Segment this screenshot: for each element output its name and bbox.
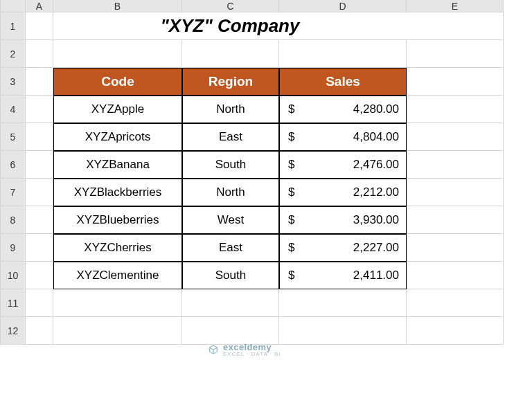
cell-D12[interactable] xyxy=(279,317,407,345)
page-title[interactable]: "XYZ" Company xyxy=(53,12,407,40)
cell-A11[interactable] xyxy=(26,289,53,317)
cell-A5[interactable] xyxy=(26,123,53,151)
cell-C12[interactable] xyxy=(182,317,279,345)
row-header-6[interactable]: 6 xyxy=(1,151,26,179)
cell-A2[interactable] xyxy=(26,40,53,68)
cell-sales-6[interactable]: $2,411.00 xyxy=(279,262,407,289)
table-header-code[interactable]: Code xyxy=(53,68,182,96)
row-header-7[interactable]: 7 xyxy=(1,179,26,206)
cell-D11[interactable] xyxy=(279,289,407,317)
cell-E5[interactable] xyxy=(407,123,504,151)
cell-E4[interactable] xyxy=(407,96,504,123)
currency-symbol: $ xyxy=(288,130,294,144)
sales-value: 4,280.00 xyxy=(353,102,399,116)
cell-sales-3[interactable]: $2,212.00 xyxy=(279,179,407,206)
select-all-corner[interactable] xyxy=(1,0,26,12)
cell-region-1[interactable]: East xyxy=(182,123,279,151)
cell-code-4[interactable]: XYZBlueberries xyxy=(53,206,182,234)
col-header-E[interactable]: E xyxy=(407,0,504,12)
col-header-A[interactable]: A xyxy=(26,0,53,12)
cell-region-6[interactable]: South xyxy=(182,262,279,289)
sales-value: 2,212.00 xyxy=(353,186,399,199)
cell-region-3[interactable]: North xyxy=(182,179,279,206)
spreadsheet-grid: A B C D E 1 "XYZ" Company 2 3 Code Regio… xyxy=(0,0,532,345)
row-header-9[interactable]: 9 xyxy=(1,234,26,262)
cell-code-0[interactable]: XYZApple xyxy=(53,96,182,123)
cell-code-1[interactable]: XYZApricots xyxy=(53,123,182,151)
cell-sales-1[interactable]: $4,804.00 xyxy=(279,123,407,151)
cell-code-6[interactable]: XYZClementine xyxy=(53,262,182,289)
currency-symbol: $ xyxy=(288,241,294,255)
currency-symbol: $ xyxy=(288,158,294,172)
cell-C11[interactable] xyxy=(182,289,279,317)
watermark-text: exceldemy EXCEL · DATA · BI xyxy=(223,342,281,357)
cell-A6[interactable] xyxy=(26,151,53,179)
row-header-5[interactable]: 5 xyxy=(1,123,26,151)
currency-symbol: $ xyxy=(288,102,294,116)
sales-value: 3,930.00 xyxy=(353,213,399,227)
table-header-region[interactable]: Region xyxy=(182,68,279,96)
col-header-C[interactable]: C xyxy=(182,0,279,12)
cell-code-5[interactable]: XYZCherries xyxy=(53,234,182,262)
row-header-11[interactable]: 11 xyxy=(1,289,26,317)
sales-value: 2,227.00 xyxy=(353,241,399,255)
cell-sales-4[interactable]: $3,930.00 xyxy=(279,206,407,234)
cell-sales-5[interactable]: $2,227.00 xyxy=(279,234,407,262)
cell-E3[interactable] xyxy=(407,68,504,96)
cell-E6[interactable] xyxy=(407,151,504,179)
watermark-sub: EXCEL · DATA · BI xyxy=(223,351,281,357)
cell-region-4[interactable]: West xyxy=(182,206,279,234)
watermark: exceldemy EXCEL · DATA · BI xyxy=(208,342,281,357)
cell-D2[interactable] xyxy=(279,40,407,68)
row-header-12[interactable]: 12 xyxy=(1,317,26,345)
cell-B11[interactable] xyxy=(53,289,182,317)
cube-icon xyxy=(208,344,219,355)
row-header-8[interactable]: 8 xyxy=(1,206,26,234)
cell-E7[interactable] xyxy=(407,179,504,206)
cell-E2[interactable] xyxy=(407,40,504,68)
cell-A12[interactable] xyxy=(26,317,53,345)
col-header-B[interactable]: B xyxy=(53,0,182,12)
col-header-D[interactable]: D xyxy=(279,0,407,12)
cell-E11[interactable] xyxy=(407,289,504,317)
cell-B12[interactable] xyxy=(53,317,182,345)
cell-E10[interactable] xyxy=(407,262,504,289)
row-header-4[interactable]: 4 xyxy=(1,96,26,123)
row-header-3[interactable]: 3 xyxy=(1,68,26,96)
sales-value: 2,476.00 xyxy=(353,158,399,172)
row-header-2[interactable]: 2 xyxy=(1,40,26,68)
cell-E8[interactable] xyxy=(407,206,504,234)
row-header-1[interactable]: 1 xyxy=(1,12,26,40)
cell-A10[interactable] xyxy=(26,262,53,289)
cell-A1[interactable] xyxy=(26,12,53,40)
cell-A3[interactable] xyxy=(26,68,53,96)
cell-region-0[interactable]: North xyxy=(182,96,279,123)
cell-A7[interactable] xyxy=(26,179,53,206)
cell-code-3[interactable]: XYZBlackberries xyxy=(53,179,182,206)
cell-code-2[interactable]: XYZBanana xyxy=(53,151,182,179)
cell-B2[interactable] xyxy=(53,40,182,68)
currency-symbol: $ xyxy=(288,186,294,199)
cell-A4[interactable] xyxy=(26,96,53,123)
cell-E9[interactable] xyxy=(407,234,504,262)
cell-sales-0[interactable]: $4,280.00 xyxy=(279,96,407,123)
cell-region-2[interactable]: South xyxy=(182,151,279,179)
currency-symbol: $ xyxy=(288,269,294,282)
sales-value: 4,804.00 xyxy=(353,130,399,144)
cell-C2[interactable] xyxy=(182,40,279,68)
row-header-10[interactable]: 10 xyxy=(1,262,26,289)
cell-sales-2[interactable]: $2,476.00 xyxy=(279,151,407,179)
cell-region-5[interactable]: East xyxy=(182,234,279,262)
cell-A8[interactable] xyxy=(26,206,53,234)
cell-A9[interactable] xyxy=(26,234,53,262)
currency-symbol: $ xyxy=(288,213,294,227)
cell-E12[interactable] xyxy=(407,317,504,345)
cell-E1[interactable] xyxy=(407,12,504,40)
table-header-sales[interactable]: Sales xyxy=(279,68,407,96)
sales-value: 2,411.00 xyxy=(353,269,399,282)
